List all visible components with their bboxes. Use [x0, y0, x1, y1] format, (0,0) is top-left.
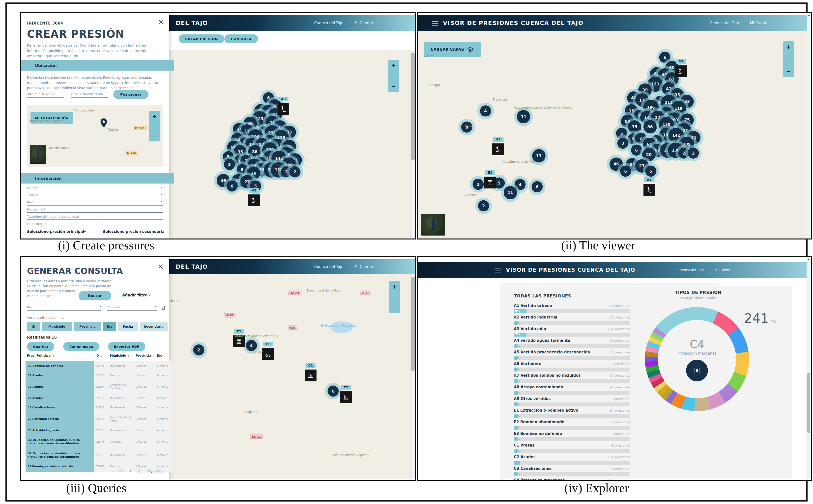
zoom-in-button[interactable]: + — [392, 284, 397, 290]
cluster-marker[interactable]: 6 — [532, 181, 543, 192]
column-header-presprincipal[interactable]: Pres. Principal▲ — [27, 354, 54, 357]
cell-pres-principal[interactable]: C2 Azudes — [26, 370, 96, 381]
scrollbar[interactable] — [410, 50, 415, 239]
location-minimap[interactable]: MI LOCALIZACIÓN + − CiempozuelosM-404Tit… — [27, 105, 163, 167]
cargar-capas-button[interactable]: CARGAR CAPAS — [424, 42, 481, 57]
zoom-in-button[interactable]: + — [391, 62, 396, 68]
search-input[interactable]: Palabra a buscar — [27, 294, 70, 299]
cluster-marker[interactable]: 3 — [617, 138, 628, 149]
e1-pressure-icon[interactable] — [233, 335, 245, 347]
satellite-view-thumbnail[interactable] — [421, 213, 445, 236]
location-pin-icon[interactable] — [100, 118, 107, 129]
zoom-in-button[interactable]: + — [152, 113, 157, 119]
column-header-ro[interactable]: Río⇅ — [157, 354, 165, 357]
cluster-marker[interactable]: 6 — [226, 180, 238, 191]
consulta-tab[interactable]: CONSULTA — [224, 34, 258, 43]
filter-value-select[interactable]: Almonte▾ — [107, 305, 157, 311]
a3-pressure-icon[interactable] — [644, 184, 655, 196]
column-chip-fecha[interactable]: Fecha — [118, 322, 138, 331]
page-1[interactable]: 1 — [127, 468, 133, 474]
cluster-marker[interactable]: 11 — [517, 110, 530, 123]
minimap-zoom-control[interactable]: + − — [149, 111, 160, 141]
close-icon[interactable]: × — [158, 18, 164, 26]
cluster-marker[interactable]: 2 — [289, 166, 301, 178]
column-header-municipio[interactable]: Municipio⇅ — [110, 354, 129, 357]
cell-pres-principal[interactable]: D2 Ocupacion del dominio publico hidraul… — [26, 435, 96, 449]
menu-icon[interactable] — [495, 268, 501, 272]
scrollbar-thumb[interactable] — [807, 373, 810, 433]
sort-icon[interactable]: ⇅ — [127, 354, 129, 357]
trash-icon[interactable] — [161, 304, 166, 311]
info-field-2[interactable]: Titulcia▾ — [27, 193, 163, 198]
zoom-in-button[interactable]: + — [786, 44, 791, 50]
column-chip-municipio[interactable]: Municipio — [42, 322, 72, 331]
a3-pressure-icon[interactable] — [248, 194, 260, 206]
main-map[interactable]: 6506243621233941354017552113319611915914… — [169, 50, 411, 239]
map-zoom-control[interactable]: + − — [783, 41, 794, 77]
cell-pres-principal[interactable]: B3 Bombeo no definido — [26, 361, 96, 371]
main-map[interactable]: CARGAR CAPAS + − 65062436212339413540175… — [418, 31, 807, 239]
scroll-up-icon[interactable]: ▲ — [807, 258, 811, 260]
cell-pres-principal[interactable]: C2 Azudes — [26, 380, 96, 394]
zoom-out-button[interactable]: − — [391, 83, 396, 89]
pressure-icon-marker[interactable]: A1 — [492, 143, 504, 155]
cluster-marker[interactable]: 2 — [478, 200, 489, 211]
main-map[interactable]: 246E1C6C2C2EX-A1Navalmoral de la MataA-5… — [169, 274, 411, 480]
sort-icon[interactable]: ⇅ — [163, 354, 165, 357]
add-filter-link[interactable]: Añadir filtro › — [122, 293, 150, 297]
cluster-marker[interactable]: 13 — [532, 149, 545, 162]
nav-mi-cuenta[interactable]: Mi Cuenta — [354, 21, 373, 25]
cell-pres-principal[interactable]: C2 Azudes — [26, 393, 96, 403]
c6-pressure-icon[interactable] — [262, 348, 274, 360]
map-zoom-control[interactable]: + − — [388, 60, 399, 92]
nav-mi-cuenta[interactable]: Mi Cuenta — [354, 265, 373, 269]
pressure-icon-marker[interactable]: A3 — [675, 65, 687, 77]
cluster-marker[interactable]: 2 — [688, 147, 699, 159]
column-chip-id[interactable]: ID — [27, 322, 40, 331]
a3-pressure-icon[interactable] — [277, 103, 289, 115]
guardar-button[interactable]: Guardar — [27, 342, 54, 351]
a1-pressure-icon[interactable] — [492, 143, 504, 155]
cell-pres-principal[interactable]: C3 Canalizaciones — [26, 402, 96, 413]
pressure-icon-marker[interactable]: C2 — [305, 370, 317, 381]
ver-en-mapa-button[interactable]: Ver en mapa — [63, 342, 99, 351]
cluster-marker[interactable]: 4 — [480, 106, 491, 117]
page-2[interactable]: 2 — [136, 468, 143, 474]
nav-cuenca-del-tajo[interactable]: Cuenca del Tajo — [314, 21, 344, 25]
nav-mi-cuenta[interactable]: Mi Cuenta — [750, 21, 769, 25]
column-chip-provincia[interactable]: Provincia — [74, 322, 101, 331]
scrollbar[interactable]: ▲ — [807, 257, 811, 480]
scroll-up-icon[interactable]: ▲ — [807, 14, 811, 16]
column-chip-secundaria[interactable]: Secundaria — [140, 322, 167, 331]
zoom-out-button[interactable]: − — [392, 305, 397, 311]
sort-icon[interactable]: ▲ — [53, 354, 54, 357]
cluster-marker[interactable]: 6 — [620, 165, 631, 177]
latitude-input[interactable]: 40.1217791911005 — [27, 92, 64, 98]
scrollbar-thumb[interactable] — [411, 53, 415, 160]
cluster-marker[interactable]: 2 — [472, 179, 484, 190]
buscar-button[interactable]: Buscar — [79, 291, 111, 300]
pressure-icon-marker[interactable]: E1 — [484, 177, 496, 188]
cell-pres-principal[interactable]: D2 Ocupacion del dominio publico hidraul… — [26, 448, 96, 462]
map-zoom-control[interactable]: + − — [389, 281, 400, 313]
info-field-4[interactable]: Margen río*▾ — [27, 208, 163, 213]
cell-pres-principal[interactable]: C6 Actividad agraria — [26, 425, 96, 436]
column-header-id[interactable]: ID⇅ — [95, 354, 102, 357]
pressure-icon-marker[interactable]: E1 — [233, 335, 245, 347]
pressure-icon-marker[interactable]: C6 — [262, 348, 274, 360]
scrollbar-thumb[interactable] — [411, 277, 415, 371]
nav-mi-cuenta[interactable]: Mi Cuenta — [715, 268, 732, 272]
c2-pressure-icon[interactable] — [305, 370, 317, 381]
nav-cuenca-del-tajo[interactable]: Cuenca del Tajo — [710, 21, 739, 25]
nav-cuenca-del-tajo[interactable]: Cuenca del Tajo — [678, 268, 704, 272]
info-field-6[interactable]: Link externo — [27, 222, 163, 227]
info-field-5[interactable]: Topónimo del lugar (si se conoce) — [27, 215, 163, 220]
e1-pressure-icon[interactable] — [484, 177, 496, 188]
satellite-view-thumbnail[interactable] — [29, 145, 46, 164]
cluster-marker[interactable]: 5 — [645, 165, 656, 177]
sort-icon[interactable]: ⇅ — [152, 354, 154, 357]
zoom-out-button[interactable]: − — [786, 68, 791, 75]
a3-pressure-icon[interactable] — [675, 65, 687, 77]
cluster-marker[interactable]: 8 — [461, 121, 472, 133]
pressure-icon-marker[interactable]: C2 — [340, 391, 352, 403]
